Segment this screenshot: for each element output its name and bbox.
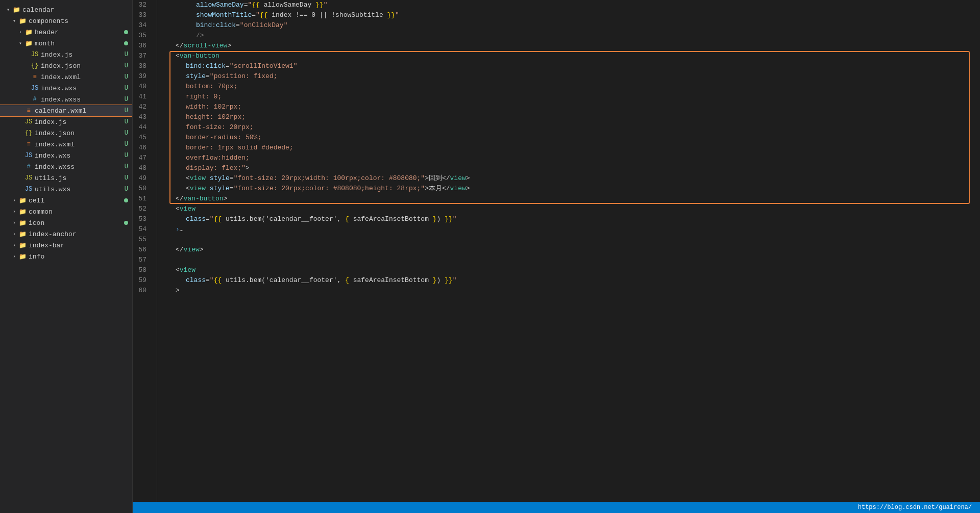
wxml-icon: ≡ <box>24 107 33 114</box>
js-icon: JS <box>31 51 39 58</box>
code-line-60: > <box>165 286 980 296</box>
line-num-49: 49 <box>133 173 151 184</box>
untracked-badge: U <box>125 174 128 182</box>
folder-icon: 📁 <box>24 40 33 47</box>
sidebar-item-index-js[interactable]: JS index.js U <box>0 116 132 127</box>
folder-icon: 📁 <box>24 29 33 36</box>
folder-icon: 📁 <box>12 6 20 14</box>
wxs-icon: JS <box>24 152 33 159</box>
sidebar-item-header[interactable]: › 📁 header <box>0 27 132 38</box>
code-line-32: allowSameDay="{{ allowSameDay }}" <box>165 0 980 10</box>
line-num-46: 46 <box>133 143 151 153</box>
line-num-41: 41 <box>133 92 151 102</box>
sidebar-item-month-index-wxml[interactable]: ≡ index.wxml U <box>0 71 132 83</box>
sidebar-item-month[interactable]: ▾ 📁 month <box>0 38 132 49</box>
sidebar-item-label: index-bar <box>29 242 132 249</box>
sidebar-item-index-wxss[interactable]: # index.wxss U <box>0 161 132 172</box>
line-num-59: 59 <box>133 275 151 286</box>
sidebar-item-index-wxml[interactable]: ≡ index.wxml U <box>0 139 132 150</box>
sidebar-item-utils-js[interactable]: JS utils.js U <box>0 172 132 184</box>
line-num-40: 40 <box>133 82 151 92</box>
code-line-39: style="position: fixed; <box>165 71 980 82</box>
sidebar-item-icon[interactable]: › 📁 icon <box>0 217 132 228</box>
sidebar-item-label: index.wxss <box>35 163 125 171</box>
untracked-badge: U <box>125 107 128 114</box>
code-line-54: ›… <box>165 224 980 235</box>
line-num-42: 42 <box>133 102 151 112</box>
sidebar-item-common[interactable]: › 📁 common <box>0 206 132 217</box>
line-num-39: 39 <box>133 71 151 82</box>
highlight-region: <van-button bind:click="scrollIntoView1"… <box>165 51 980 204</box>
folder-icon: 📁 <box>18 230 27 238</box>
wxs-icon: JS <box>31 85 39 92</box>
code-line-45: border-radius: 50%; <box>165 133 980 143</box>
untracked-badge: U <box>125 130 128 137</box>
sidebar-item-label: index.wxml <box>35 141 125 148</box>
code-line-41: right: 0; <box>165 92 980 102</box>
modified-badge <box>124 221 128 225</box>
sidebar-item-index-wxs[interactable]: JS index.wxs U <box>0 150 132 161</box>
line-num-56: 56 <box>133 245 151 255</box>
code-line-47: overflow:hidden; <box>165 153 980 163</box>
wxml-icon: ≡ <box>31 73 39 81</box>
line-num-33: 33 <box>133 10 151 20</box>
sidebar-item-label: index.wxs <box>41 85 125 92</box>
sidebar-item-components[interactable]: ▾ 📁 components <box>0 15 132 27</box>
line-num-48: 48 <box>133 163 151 173</box>
sidebar-item-month-index-json[interactable]: {} index.json U <box>0 60 132 71</box>
line-num-54: 54 <box>133 224 151 235</box>
sidebar-item-index-bar[interactable]: › 📁 index-bar <box>0 240 132 251</box>
sidebar-item-calendar[interactable]: ▾ 📁 calendar <box>0 4 132 15</box>
code-line-34: bind:click="onClickDay" <box>165 20 980 31</box>
code-line-36: </scroll-view> <box>165 41 980 51</box>
sidebar-item-month-index-wxs[interactable]: JS index.wxs U <box>0 83 132 94</box>
sidebar-item-label: utils.js <box>35 174 125 182</box>
line-num-52: 52 <box>133 204 151 214</box>
js-icon: JS <box>24 118 33 125</box>
status-url: https://blog.csdn.net/guairena/ <box>858 504 972 511</box>
modified-badge <box>124 41 128 45</box>
sidebar-item-label: calendar <box>22 6 132 14</box>
code-line-55 <box>165 235 980 245</box>
sidebar-item-label: common <box>29 208 132 216</box>
code-line-33: showMonthTitle="{{ index !== 0 || !showS… <box>165 10 980 20</box>
arrow-icon: › <box>10 198 18 203</box>
sidebar-item-month-index-js[interactable]: JS index.js U <box>0 49 132 60</box>
sidebar-item-utils-wxs[interactable]: JS utils.wxs U <box>0 184 132 195</box>
code-line-56: </view> <box>165 245 980 255</box>
code-line-35: /> <box>165 31 980 41</box>
code-line-51: </van-button> <box>165 194 980 204</box>
folder-icon: 📁 <box>18 17 27 25</box>
untracked-badge: U <box>125 186 128 193</box>
arrow-icon: ▾ <box>10 18 18 24</box>
folder-icon: 📁 <box>18 197 27 204</box>
sidebar-item-cell[interactable]: › 📁 cell <box>0 195 132 206</box>
line-num-55: 55 <box>133 235 151 245</box>
sidebar-item-index-json[interactable]: {} index.json U <box>0 127 132 139</box>
untracked-badge: U <box>125 96 128 103</box>
code-line-53: class="{{ utils.bem('calendar__footer', … <box>165 214 980 224</box>
sidebar-item-label: index.js <box>41 51 125 59</box>
untracked-badge: U <box>125 85 128 92</box>
code-line-43: height: 102rpx; <box>165 112 980 122</box>
modified-badge <box>124 30 128 34</box>
code-line-58: <view <box>165 265 980 275</box>
sidebar-item-month-index-wxss[interactable]: # index.wxss U <box>0 94 132 105</box>
code-content[interactable]: allowSameDay="{{ allowSameDay }}" showMo… <box>157 0 980 502</box>
folder-icon: 📁 <box>18 219 27 227</box>
sidebar-item-label: components <box>29 17 132 25</box>
sidebar-item-label: index.js <box>35 118 125 126</box>
sidebar-item-label: index.wxml <box>41 73 125 81</box>
sidebar-item-index-anchor[interactable]: › 📁 index-anchor <box>0 228 132 240</box>
code-line-40: bottom: 70px; <box>165 82 980 92</box>
line-num-34: 34 <box>133 20 151 31</box>
sidebar-item-label: info <box>29 253 132 261</box>
line-num-57: 57 <box>133 255 151 265</box>
arrow-icon: › <box>10 209 18 215</box>
sidebar-item-label: icon <box>29 219 124 227</box>
sidebar-item-info[interactable]: › 📁 info <box>0 251 132 262</box>
code-line-44: font-size: 20rpx; <box>165 122 980 133</box>
code-line-50: <view style="font-size: 20rpx;color: #80… <box>165 184 980 194</box>
sidebar-item-calendar-wxml[interactable]: ≡ calendar.wxml U <box>0 105 132 116</box>
code-line-42: width: 102rpx; <box>165 102 980 112</box>
